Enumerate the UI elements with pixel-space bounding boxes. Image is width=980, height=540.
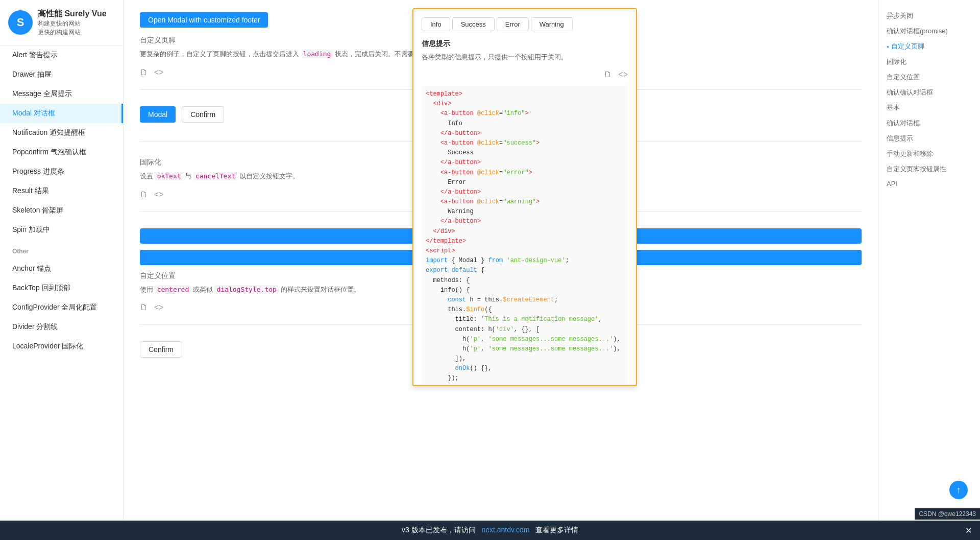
right-nav-custom-footer-btn[interactable]: 自定义页脚按钮属性 [885, 161, 974, 177]
logo-sub1: 构建更快的网站 [38, 19, 107, 28]
confirm-button-bottom[interactable]: Confirm [140, 341, 182, 358]
copy-icon-2[interactable]: 🗋 [140, 190, 148, 199]
logo-area: S 高性能 Surely Vue 构建更快的网站 更快的构建网站 [0, 0, 123, 45]
right-nav-manual-update[interactable]: 手动更新和移除 [885, 146, 974, 161]
sidebar-item-message[interactable]: Message 全局提示 [0, 84, 123, 104]
scroll-to-top-button[interactable]: ↑ [949, 481, 968, 499]
close-bar-button[interactable]: ✕ [965, 526, 972, 535]
sidebar-item-notification[interactable]: Notification 通知提醒框 [0, 123, 123, 143]
bottom-bar-link[interactable]: next.antdv.com [481, 526, 529, 534]
tab-warning[interactable]: Warning [531, 17, 573, 31]
open-modal-customized-footer-button[interactable]: Open Modal with customized footer [140, 12, 268, 28]
right-nav-custom-position[interactable]: 自定义位置 [885, 69, 974, 85]
logo-sub2: 更快的构建网站 [38, 28, 107, 37]
code-panel-tabs: Info Success Error Warning [422, 17, 628, 31]
right-nav-info-tip[interactable]: 信息提示 [885, 131, 974, 146]
sidebar: S 高性能 Surely Vue 构建更快的网站 更快的构建网站 Alert 警… [0, 0, 124, 521]
bottom-bar-wrapper: v3 版本已发布，请访问 next.antdv.com 查看更多详情 ✕ [0, 521, 980, 540]
expand-code-icon[interactable]: <> [618, 70, 628, 79]
right-nav-basic[interactable]: 基本 [885, 100, 974, 115]
code-actions: 🗋 <> [422, 70, 628, 79]
right-nav-i18n[interactable]: 国际化 [885, 54, 974, 69]
right-panel: 异步关闭 确认对话框(promise) 自定义页脚 国际化 自定义位置 确认确认… [878, 0, 980, 521]
modal-button[interactable]: Modal [140, 106, 176, 123]
sidebar-item-modal[interactable]: Modal 对话框 [0, 104, 123, 123]
code-toggle-icon-3[interactable]: <> [154, 303, 164, 312]
code-panel-desc: 各种类型的信息提示，只提供一个按钮用于关闭。 [422, 53, 628, 62]
right-nav-confirm2[interactable]: 确认对话框 [885, 115, 974, 131]
logo-text: 高性能 Surely Vue 构建更快的网站 更快的构建网站 [38, 8, 107, 37]
sidebar-item-drawer[interactable]: Drawer 抽屉 [0, 65, 123, 84]
bottom-bar-text: v3 版本已发布，请访问 [402, 526, 476, 534]
sidebar-item-progress[interactable]: Progress 进度条 [0, 162, 123, 181]
bottom-bar-suffix: 查看更多详情 [535, 526, 578, 534]
right-nav-custom-footer[interactable]: 自定义页脚 [885, 39, 974, 54]
sidebar-item-configprovider[interactable]: ConfigProvider 全局化配置 [0, 298, 123, 317]
sidebar-item-alert[interactable]: Alert 警告提示 [0, 45, 123, 65]
tab-error[interactable]: Error [497, 17, 529, 31]
copy-icon-1[interactable]: 🗋 [140, 68, 148, 77]
right-nav-api[interactable]: API [885, 177, 974, 191]
code-toggle-icon-1[interactable]: <> [154, 68, 164, 77]
sidebar-item-divider[interactable]: Divider 分割线 [0, 317, 123, 337]
code-panel-title: 信息提示 [422, 39, 628, 49]
confirm-button[interactable]: Confirm [182, 106, 224, 123]
copy-code-icon[interactable]: 🗋 [604, 70, 612, 79]
sidebar-section-other: Other [0, 244, 123, 259]
tab-success[interactable]: Success [452, 17, 495, 31]
right-nav-async-close[interactable]: 异步关闭 [885, 8, 974, 24]
right-nav-confirm-dialog2[interactable]: 确认确认对话框 [885, 85, 974, 100]
tab-info[interactable]: Info [422, 17, 450, 31]
logo-icon: S [8, 10, 33, 35]
bottom-notification-bar: v3 版本已发布，请访问 next.antdv.com 查看更多详情 ✕ [0, 521, 980, 540]
code-block: <template> <div> <a-button @click="info"… [422, 85, 628, 386]
copy-icon-3[interactable]: 🗋 [140, 303, 148, 312]
sidebar-item-spin[interactable]: Spin 加载中 [0, 220, 123, 240]
sidebar-item-anchor[interactable]: Anchor 锚点 [0, 259, 123, 278]
sidebar-item-localeprovider[interactable]: LocaleProvider 国际化 [0, 337, 123, 356]
csdn-badge: CSDN @qwe122343 [915, 508, 980, 520]
sidebar-item-popconfirm[interactable]: Popconfirm 气泡确认框 [0, 143, 123, 162]
code-panel: Info Success Error Warning 信息提示 各种类型的信息提… [412, 8, 637, 386]
code-toggle-icon-2[interactable]: <> [154, 190, 164, 199]
right-nav-confirm-promise[interactable]: 确认对话框(promise) [885, 24, 974, 39]
sidebar-item-backtop[interactable]: BackTop 回到顶部 [0, 278, 123, 298]
logo-title: 高性能 Surely Vue [38, 8, 107, 19]
sidebar-item-result[interactable]: Result 结果 [0, 181, 123, 201]
sidebar-item-skeleton[interactable]: Skeleton 骨架屏 [0, 201, 123, 220]
